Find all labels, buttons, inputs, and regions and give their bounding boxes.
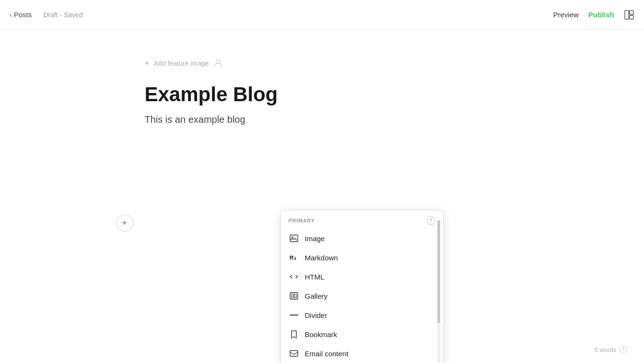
email-content-icon (289, 349, 299, 358)
svg-rect-11 (290, 351, 298, 356)
image-icon (289, 234, 299, 243)
block-html[interactable]: HTML (281, 267, 443, 286)
svg-rect-0 (625, 11, 629, 19)
bookmark-icon (289, 329, 299, 339)
back-chevron-icon: ‹ (10, 11, 12, 19)
block-bookmark[interactable]: Bookmark (281, 325, 443, 344)
feature-image-plus-icon: + (145, 59, 149, 68)
block-divider[interactable]: Divider (281, 305, 443, 325)
svg-text:M↓: M↓ (290, 254, 297, 261)
header-right: Preview Publish (553, 10, 634, 20)
block-gallery[interactable]: Gallery (281, 286, 443, 305)
block-picker-dropdown: PRIMARY ? Image M↓ (281, 210, 444, 363)
block-markdown-label: Markdown (305, 254, 338, 262)
word-count-value: 5 words (594, 346, 616, 353)
block-bookmark-label: Bookmark (305, 330, 338, 339)
blog-title[interactable]: Example Blog (145, 82, 500, 106)
scrollbar-thumb[interactable] (437, 220, 440, 323)
dropdown-section-label: PRIMARY (289, 218, 315, 223)
svg-rect-2 (630, 15, 633, 19)
word-count-help-icon[interactable]: ? (619, 346, 627, 353)
block-email-content-label: Email content (305, 350, 349, 358)
publish-button[interactable]: Publish (588, 11, 614, 19)
editor-container: + Add feature image Example Blog This is… (145, 59, 500, 363)
svg-rect-1 (630, 11, 633, 14)
blog-excerpt[interactable]: This is an example blog (145, 114, 500, 125)
scrollbar-track (437, 220, 440, 363)
svg-point-5 (292, 237, 293, 238)
svg-rect-9 (294, 294, 296, 298)
dropdown-help-icon[interactable]: ? (427, 216, 435, 225)
word-count-bar: 5 words ? (594, 346, 627, 353)
block-html-label: HTML (305, 273, 325, 281)
svg-rect-4 (290, 235, 298, 242)
block-divider-label: Divider (305, 311, 328, 319)
divider-icon (289, 310, 299, 320)
back-label: Posts (14, 11, 32, 19)
html-icon (289, 272, 299, 281)
block-email-content[interactable]: Email content (281, 344, 443, 363)
dropdown-header: PRIMARY ? (281, 211, 443, 229)
block-gallery-label: Gallery (305, 292, 328, 300)
back-link[interactable]: ‹ Posts (10, 11, 32, 19)
block-markdown[interactable]: M↓ Markdown (281, 248, 443, 267)
add-block-button[interactable]: + (116, 214, 133, 232)
person-icon (213, 59, 223, 68)
main-editor: + Add feature image Example Blog This is… (0, 30, 644, 363)
block-image[interactable]: Image (281, 229, 443, 248)
feature-image-label: Add feature image (154, 59, 209, 67)
block-image-label: Image (305, 234, 325, 243)
svg-rect-8 (292, 294, 293, 298)
feature-image-row[interactable]: + Add feature image (145, 59, 500, 68)
layout-icon[interactable] (624, 10, 634, 20)
draft-status: Draft - Saved (43, 11, 82, 19)
header-left: ‹ Posts Draft - Saved (10, 11, 83, 19)
markdown-icon: M↓ (289, 253, 299, 262)
gallery-icon (289, 291, 299, 301)
preview-button[interactable]: Preview (553, 11, 578, 19)
header: ‹ Posts Draft - Saved Preview Publish (0, 0, 644, 30)
